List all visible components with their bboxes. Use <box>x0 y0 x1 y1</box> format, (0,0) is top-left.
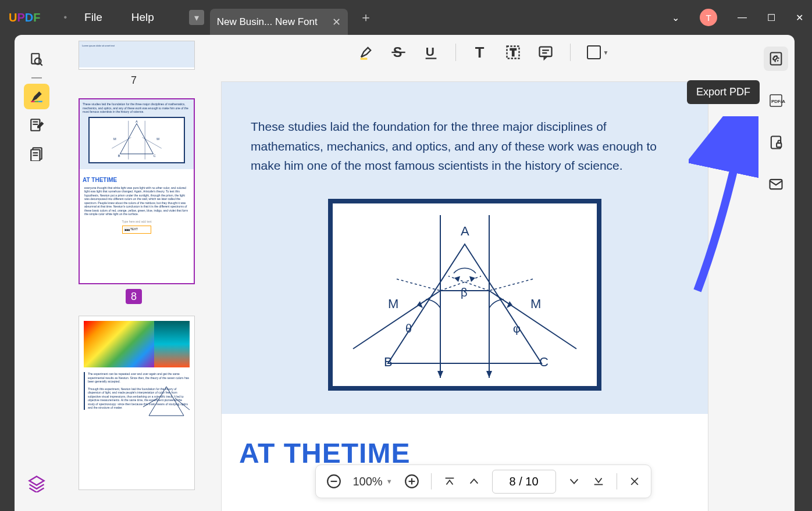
annotation-arrow <box>689 116 758 296</box>
left-sidebar <box>15 35 58 511</box>
bottom-toolbar: 100%▼ <box>315 464 651 498</box>
strikethrough-icon[interactable]: S <box>390 44 407 60</box>
toolbar-separator <box>455 44 456 61</box>
tab-list-dropdown[interactable]: ▾ <box>189 10 204 25</box>
svg-text:U: U <box>425 45 434 58</box>
svg-text:M: M <box>113 137 116 141</box>
svg-line-44 <box>489 279 533 291</box>
svg-text:φ: φ <box>513 322 521 335</box>
menu-file[interactable]: File <box>84 11 102 24</box>
svg-marker-52 <box>454 276 460 282</box>
textbox-icon[interactable]: T <box>505 44 521 60</box>
tab-bar: ▾ New Busin... New Font ✕ ＋ <box>189 0 372 35</box>
main-container: Lorem ipsum dolor sit amet text 7 These … <box>15 35 795 511</box>
annotation-toolbar: S U T T ▼ <box>209 35 757 70</box>
menu-help[interactable]: Help <box>131 11 154 24</box>
svg-text:M: M <box>530 296 541 311</box>
export-tooltip: Export PDF <box>687 80 760 104</box>
thumbnail-7[interactable]: Lorem ipsum dolor sit amet text <box>79 41 195 70</box>
page-heading: AT THETIME <box>222 414 708 469</box>
toolbar-separator <box>570 44 571 61</box>
zoom-out-button[interactable] <box>326 474 341 489</box>
last-page-button[interactable] <box>592 475 605 488</box>
share-button[interactable] <box>764 172 788 196</box>
svg-text:θ: θ <box>405 322 412 335</box>
close-toolbar-button[interactable] <box>629 476 640 487</box>
chevron-down-icon[interactable]: ⌄ <box>672 12 679 23</box>
thumbnail-number-7: 7 <box>79 74 189 87</box>
pages-tool[interactable] <box>24 141 49 166</box>
svg-marker-39 <box>388 244 542 363</box>
svg-text:A: A <box>136 119 138 123</box>
new-tab-button[interactable]: ＋ <box>359 9 372 26</box>
intro-paragraph: These studies laid the foundation for th… <box>251 117 679 176</box>
svg-rect-74 <box>777 143 781 147</box>
svg-line-25 <box>175 398 190 410</box>
svg-text:A: A <box>461 224 469 238</box>
svg-rect-34 <box>539 47 551 56</box>
tab-close-icon[interactable]: ✕ <box>332 16 341 28</box>
svg-rect-4 <box>34 101 38 102</box>
layers-button[interactable] <box>24 471 49 496</box>
svg-text:M: M <box>156 137 159 141</box>
tab-title: New Busin... New Font <box>217 16 318 28</box>
underline-icon[interactable]: U <box>423 44 439 60</box>
document-area: S U T T ▼ These studies laid the foundat… <box>209 35 757 511</box>
svg-text:T: T <box>510 47 516 58</box>
next-page-button[interactable] <box>568 475 580 488</box>
svg-text:β: β <box>461 286 468 299</box>
svg-rect-5 <box>38 101 42 102</box>
tab-active[interactable]: New Busin... New Font ✕ <box>210 9 348 35</box>
zoom-in-button[interactable] <box>404 474 419 489</box>
fill-color-button[interactable]: ▼ <box>587 45 609 59</box>
svg-marker-48 <box>486 371 492 378</box>
highlight-tool[interactable] <box>24 84 49 109</box>
protect-button[interactable] <box>764 130 788 155</box>
svg-text:B: B <box>384 355 393 369</box>
svg-text:C: C <box>154 153 156 157</box>
svg-line-43 <box>397 279 440 291</box>
svg-line-2 <box>40 64 42 66</box>
highlighter-icon[interactable] <box>358 44 374 60</box>
svg-rect-3 <box>31 101 35 102</box>
text-icon[interactable]: T <box>472 44 489 60</box>
thumbnail-number-8: 8 <box>126 289 142 304</box>
svg-text:C: C <box>539 355 549 369</box>
sidebar-separator <box>31 77 42 78</box>
title-bar: UPDF • File Help ▾ New Busin... New Font… <box>0 0 812 35</box>
export-pdf-button[interactable] <box>764 47 788 71</box>
thumbnail-8[interactable]: These studies laid the foundation for th… <box>79 98 195 284</box>
document-scroll[interactable]: These studies laid the foundation for th… <box>209 70 757 511</box>
svg-marker-51 <box>469 276 475 282</box>
svg-text:PDF/A: PDF/A <box>771 99 785 104</box>
prev-page-button[interactable] <box>468 475 480 488</box>
zoom-level[interactable]: 100%▼ <box>352 475 392 488</box>
app-logo: UPDF <box>9 11 40 24</box>
divider-dot: • <box>63 12 67 23</box>
svg-text:M: M <box>388 296 398 311</box>
page-number-input[interactable] <box>492 470 556 494</box>
close-button[interactable]: ✕ <box>796 12 803 23</box>
svg-text:B: B <box>118 153 120 157</box>
maximize-button[interactable]: ☐ <box>767 12 775 23</box>
svg-line-46 <box>448 276 489 291</box>
svg-line-24 <box>143 398 158 407</box>
minimize-button[interactable]: — <box>738 12 747 23</box>
svg-marker-47 <box>437 371 443 378</box>
note-icon[interactable] <box>537 44 554 60</box>
svg-marker-13 <box>120 123 154 153</box>
thumbnails-panel: Lorem ipsum dolor sit amet text 7 These … <box>58 35 209 511</box>
svg-text:T: T <box>475 44 484 60</box>
first-page-button[interactable] <box>443 475 456 488</box>
search-tool[interactable] <box>24 47 49 72</box>
edit-tool[interactable] <box>24 112 49 138</box>
pdfa-button[interactable]: PDF/A <box>764 88 788 113</box>
right-sidebar: PDF/A <box>757 35 795 511</box>
prism-diagram: A B C M M β θ φ <box>328 199 601 391</box>
page-8: These studies laid the foundation for th… <box>221 81 708 511</box>
thumbnail-9[interactable]: The experiment can be repeated over and … <box>79 316 195 490</box>
user-avatar[interactable]: T <box>700 9 717 26</box>
svg-rect-26 <box>360 58 367 60</box>
